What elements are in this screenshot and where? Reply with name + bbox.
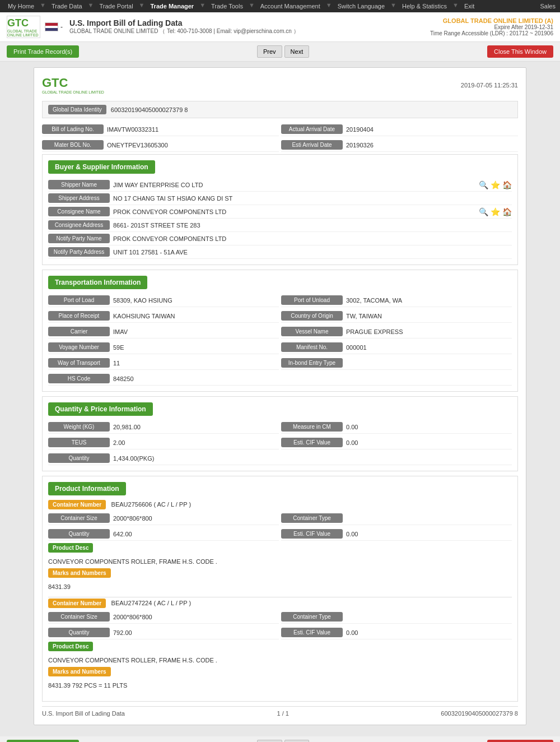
product-desc-badge-2: Product Desc (48, 642, 93, 651)
country-origin-value: TW, TAIWAN (346, 313, 512, 319)
manifest-no-label: Manifest No. (281, 342, 343, 352)
shipper-icons: 🔍 ⭐ 🏠 (479, 180, 512, 189)
account-company[interactable]: GLOBAL TRADE ONLINE LIMITED (A) (430, 17, 553, 24)
next-button-top[interactable]: Next (284, 45, 310, 58)
port-load-label: Port of Load (48, 295, 110, 305)
card-logo-subtitle: GLOBAL TRADE ONLINE LIMITED (42, 90, 104, 94)
esti-arrival-row: Esti Arrival Date 20190326 (281, 138, 518, 152)
logo-subtitle: GLOBAL TRADE ONLINE LIMITED (7, 29, 40, 37)
transport-grid-1: Port of Load 58309, KAO HSIUNG Port of U… (48, 294, 512, 307)
global-data-identity-label: Global Data Identity (48, 105, 106, 114)
container-1-grid-2: Quantity 642.00 Esti. CIF Value 0.00 (48, 527, 512, 541)
esti-cif-label: Esti. CIF Value (281, 438, 343, 447)
nav-account-management[interactable]: Account Management (257, 2, 324, 11)
consignee-name-value: PROK CONVEYOR COMPONENTS LTD (113, 208, 475, 215)
notify-party-address-value: UNIT 101 27581 - 51A AVE (113, 249, 512, 256)
close-button-top[interactable]: Close This Window (487, 45, 553, 58)
nav-trade-portal[interactable]: Trade Portal (96, 2, 136, 11)
notify-party-address-label: Notify Party Address (48, 247, 110, 257)
shipper-name-value: JIM WAY ENTERPRISE CO LTD (113, 182, 475, 188)
product-desc-text-2: CONVEYOR COMPONENTS ROLLER, FRAME H.S. C… (48, 656, 512, 665)
prev-button-bottom[interactable]: Prev (257, 740, 282, 742)
way-transport-value: 11 (113, 360, 279, 367)
inbond-entry-row: In-bond Entry Type (281, 356, 512, 370)
container-block-2: Container Number BEAU2747224 ( AC / L / … (48, 599, 512, 690)
teus-label: TEUS (48, 438, 110, 447)
container-1-cif-row: Esti. CIF Value 0.00 (281, 527, 512, 541)
container-1-qty-row: Quantity 642.00 (48, 527, 279, 541)
measure-cm-row: Measure in CM 0.00 (281, 420, 512, 434)
consignee-icons: 🔍 ⭐ 🏠 (479, 207, 512, 216)
container-1-type-row: Container Type (281, 512, 512, 525)
nav-help-statistics[interactable]: Help & Statistics (399, 2, 450, 11)
card-footer-label: U.S. Import Bill of Lading Data (42, 710, 125, 717)
container-1-type-label: Container Type (281, 513, 343, 523)
place-receipt-label: Place of Receipt (48, 311, 110, 321)
transport-grid-4: Voyage Number 59E Manifest No. 000001 (48, 341, 512, 354)
quantity-row: Quantity 1,434.00(PKG) (48, 452, 512, 465)
prev-button-top[interactable]: Prev (257, 45, 282, 58)
product-info-section: Product Information Container Number BEA… (42, 476, 518, 702)
consignee-address-label: Consignee Address (48, 220, 110, 230)
consignee-name-row: Consignee Name PROK CONVEYOR COMPONENTS … (48, 205, 512, 219)
search-icon[interactable]: 🔍 (479, 180, 488, 189)
product-info-header: Product Information (48, 482, 126, 495)
container-number-value-2: BEAU2747224 ( AC / L / PP ) (111, 600, 191, 606)
print-button-bottom[interactable]: Print Trade Record(s) (7, 740, 79, 742)
esti-arrival-label: Esti Arrival Date (281, 140, 343, 150)
logo-text: GTC (7, 17, 40, 29)
flag-separator: - (60, 23, 63, 31)
qty-grid-2: TEUS 2.00 Esti. CIF Value 0.00 (48, 436, 512, 449)
country-origin-row: Country of Origin TW, TAIWAN (281, 309, 512, 323)
container-2-cif-row: Esti. CIF Value 0.00 (281, 626, 512, 639)
consignee-address-value: 8661- 201ST STREET STE 283 (113, 222, 512, 229)
container-number-value-1: BEAU2756606 ( AC / L / PP ) (111, 501, 191, 508)
container-2-size-label: Container Size (48, 612, 110, 622)
card-logo-letters: GTC (42, 76, 68, 90)
action-bar-bottom: Print Trade Record(s) Prev Next Close Th… (0, 736, 560, 742)
carrier-label: Carrier (48, 327, 110, 336)
global-data-identity-value: 600320190405000027379 8 (111, 106, 188, 113)
hs-code-value: 848250 (113, 375, 512, 382)
next-button-bottom[interactable]: Next (284, 740, 310, 742)
nav-trade-tools[interactable]: Trade Tools (208, 2, 246, 11)
container-2-cif-label: Esti. CIF Value (281, 628, 343, 637)
bol-arrival-grid: Bill of Lading No. IMAVTW00332311 Actual… (42, 123, 518, 136)
nav-exit[interactable]: Exit (461, 2, 478, 11)
marks-text-1: 8431.39 (48, 582, 512, 591)
container-2-qty-row: Quantity 792.00 (48, 626, 279, 639)
esti-arrival-value: 20190326 (346, 142, 518, 149)
shipper-name-row: Shipper Name JIM WAY ENTERPRISE CO LTD 🔍… (48, 178, 512, 192)
nav-buttons-bottom: Prev Next (257, 740, 309, 742)
container-2-size-value: 2000*806*800 (113, 614, 279, 620)
star-icon[interactable]: ⭐ (491, 180, 500, 189)
shipper-name-label: Shipper Name (48, 180, 110, 189)
product-desc-badge-1: Product Desc (48, 543, 93, 553)
consignee-search-icon[interactable]: 🔍 (479, 207, 488, 216)
nav-switch-language[interactable]: Switch Language (334, 2, 388, 11)
bol-value: IMAVTW00332311 (107, 126, 279, 133)
home-icon[interactable]: 🏠 (502, 180, 512, 189)
container-1-qty-label: Quantity (48, 529, 110, 539)
transport-grid-5: Way of Transport 11 In-bond Entry Type (48, 356, 512, 370)
container-number-badge-1: Container Number (48, 500, 106, 509)
nav-sales[interactable]: Sales (540, 3, 556, 10)
port-load-value: 58309, KAO HSIUNG (113, 297, 279, 304)
nav-trade-data[interactable]: Trade Data (48, 2, 86, 11)
qty-grid-1: Weight (KG) 20,981.00 Measure in CM 0.00 (48, 420, 512, 434)
container-1-size-label: Container Size (48, 513, 110, 523)
shipper-address-label: Shipper Address (48, 193, 110, 203)
close-button-bottom[interactable]: Close This Window (487, 740, 553, 742)
container-2-grid-2: Quantity 792.00 Esti. CIF Value 0.00 (48, 626, 512, 639)
nav-trade-manager[interactable]: Trade Manager (147, 2, 197, 11)
print-button-top[interactable]: Print Trade Record(s) (7, 45, 79, 58)
container-number-badge-2: Container Number (48, 599, 106, 608)
nav-my-home[interactable]: My Home (4, 2, 38, 11)
identity-row: Global Data Identity 6003201904050000273… (42, 101, 518, 118)
container-1-size-value: 2000*806*800 (113, 515, 279, 522)
weight-value: 20,981.00 (113, 424, 279, 430)
card-footer: U.S. Import Bill of Lading Data 1 / 1 60… (42, 706, 518, 717)
consignee-home-icon[interactable]: 🏠 (502, 207, 512, 216)
consignee-star-icon[interactable]: ⭐ (491, 207, 500, 216)
vessel-name-row: Vessel Name PRAGUE EXPRESS (281, 325, 512, 338)
